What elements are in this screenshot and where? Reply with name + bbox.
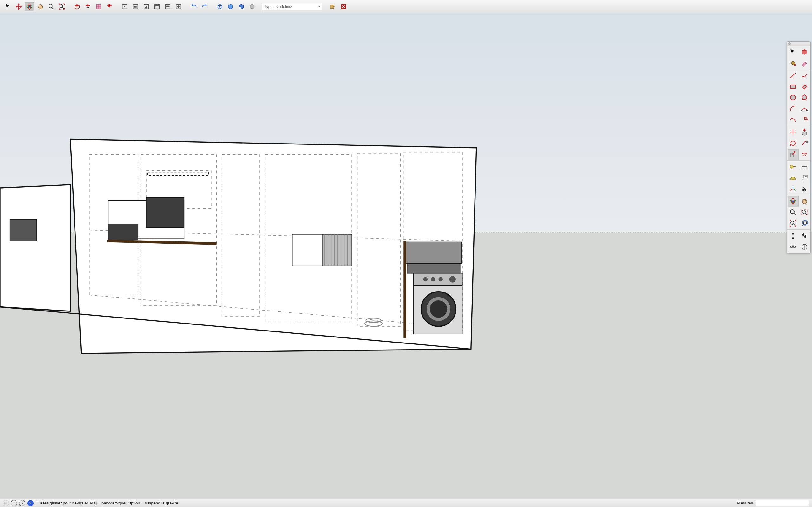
pie-icon[interactable] <box>799 114 810 125</box>
user-profile-icon[interactable]: ● <box>19 500 26 506</box>
component-2[interactable] <box>226 2 235 11</box>
window-new[interactable] <box>163 2 172 11</box>
hidden-geometry[interactable] <box>94 2 103 11</box>
redo[interactable] <box>200 2 209 11</box>
xray-style[interactable] <box>72 2 82 11</box>
protractor-icon[interactable] <box>788 172 799 183</box>
type-dropdown[interactable]: Type : <indéfini> ▾ <box>262 3 322 10</box>
component-4[interactable] <box>247 2 257 11</box>
horizon-axis <box>0 232 812 232</box>
eraser-icon[interactable] <box>799 58 810 68</box>
component-3[interactable] <box>237 2 246 11</box>
component-1[interactable] <box>215 2 224 11</box>
rotated-rectangle-icon[interactable] <box>799 81 810 92</box>
svg-point-62 <box>801 110 803 111</box>
arc-icon[interactable] <box>788 103 799 114</box>
zoom-extents-tool[interactable] <box>57 2 67 11</box>
three-d-text-icon[interactable]: AA <box>799 183 810 194</box>
axes-icon[interactable] <box>788 183 799 194</box>
cancel[interactable] <box>339 2 348 11</box>
follow-me-icon[interactable] <box>799 138 810 149</box>
line-icon[interactable] <box>788 70 799 81</box>
top-toolbar: Type : <indéfini> ▾ <box>0 0 812 13</box>
svg-point-80 <box>792 233 794 235</box>
sky-background <box>0 13 812 232</box>
zoom-window-icon[interactable] <box>799 207 810 218</box>
svg-rect-60 <box>791 85 796 89</box>
paint-bucket-icon[interactable] <box>788 58 799 68</box>
status-bar: ⦿ i ● ? Faites glisser pour naviguer. Ma… <box>0 499 812 507</box>
previous-view-icon[interactable] <box>799 218 810 229</box>
walk-icon[interactable] <box>799 230 810 241</box>
status-hint: Faites glisser pour naviguer. Maj = pano… <box>38 501 735 505</box>
text-icon[interactable]: A1 <box>799 172 810 183</box>
section-display[interactable] <box>83 2 93 11</box>
svg-point-74 <box>791 210 794 214</box>
svg-point-78 <box>803 221 807 224</box>
move-tool[interactable] <box>14 2 23 11</box>
dimension-icon[interactable] <box>799 161 810 172</box>
ground-plane <box>0 232 812 499</box>
viewport-3d[interactable]: A1 AA <box>0 13 812 499</box>
undo[interactable] <box>189 2 199 11</box>
svg-point-64 <box>806 141 808 143</box>
pan-tool[interactable] <box>36 2 45 11</box>
polygon-icon[interactable] <box>799 92 810 103</box>
orbit-tool[interactable] <box>25 2 34 11</box>
svg-text:A1: A1 <box>804 176 807 178</box>
freehand-icon[interactable] <box>799 70 810 81</box>
zoom-extents-icon[interactable] <box>788 218 799 229</box>
color-by-layer[interactable] <box>105 2 114 11</box>
validate[interactable] <box>328 2 338 11</box>
palette-group-drawing <box>787 69 810 126</box>
window-prev[interactable] <box>120 2 130 11</box>
svg-point-81 <box>803 233 804 236</box>
select-tool-icon[interactable] <box>788 47 799 57</box>
select-tool[interactable] <box>3 2 13 11</box>
svg-point-82 <box>804 235 806 238</box>
palette-group-camera <box>787 195 810 230</box>
section-plane-icon[interactable] <box>799 241 810 252</box>
svg-point-2 <box>29 6 31 7</box>
window-reset[interactable] <box>174 2 183 11</box>
zoom-icon[interactable] <box>788 207 799 218</box>
zoom-tool[interactable] <box>46 2 56 11</box>
svg-point-3 <box>49 4 52 8</box>
three-point-arc-icon[interactable] <box>788 114 799 125</box>
tape-measure-icon[interactable] <box>788 161 799 172</box>
rectangle-icon[interactable] <box>788 81 799 92</box>
type-dropdown-label: Type : <indéfini> <box>264 4 292 9</box>
scale-icon[interactable] <box>788 149 799 160</box>
measures-input[interactable] <box>756 500 809 506</box>
window-home[interactable] <box>142 2 151 11</box>
look-around-icon[interactable] <box>788 241 799 252</box>
svg-point-66 <box>790 165 793 168</box>
window-next[interactable] <box>131 2 140 11</box>
make-component-icon[interactable] <box>799 47 810 57</box>
move-icon[interactable] <box>788 127 799 137</box>
svg-text:A: A <box>803 187 807 192</box>
palette-group-construction: A1 AA <box>787 161 810 195</box>
pan-icon[interactable] <box>799 196 810 207</box>
svg-point-75 <box>802 210 805 213</box>
position-camera-icon[interactable] <box>788 230 799 241</box>
svg-point-63 <box>806 110 808 111</box>
palette-titlebar[interactable] <box>787 42 810 46</box>
offset-icon[interactable] <box>799 149 810 160</box>
window-fit[interactable] <box>152 2 162 11</box>
svg-point-59 <box>794 64 796 66</box>
rotate-icon[interactable] <box>788 138 799 149</box>
chevron-down-icon: ▾ <box>318 5 320 8</box>
orbit-icon[interactable] <box>788 196 799 207</box>
two-point-arc-icon[interactable] <box>799 103 810 114</box>
palette-group-principal <box>787 46 810 69</box>
help-icon[interactable]: ? <box>27 500 34 506</box>
svg-point-14 <box>240 7 241 8</box>
circle-icon[interactable] <box>788 92 799 103</box>
geo-location-icon[interactable]: ⦿ <box>3 500 9 506</box>
push-pull-icon[interactable] <box>799 127 810 137</box>
palette-close-icon[interactable] <box>788 43 791 45</box>
svg-point-4 <box>60 4 63 7</box>
credits-info-icon[interactable]: i <box>11 500 17 506</box>
svg-point-61 <box>791 95 796 100</box>
